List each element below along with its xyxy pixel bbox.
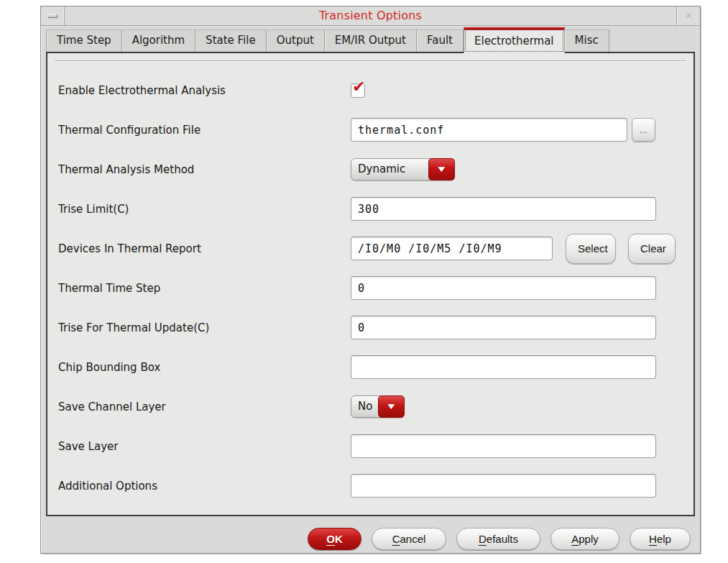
- apply-mnemonic: A: [571, 533, 579, 545]
- dialog-button-bar: OK Cancel Defaults Apply Help: [308, 528, 691, 550]
- row-enable-electrothermal: Enable Electrothermal Analysis ✔: [47, 70, 694, 110]
- dropdown-selected-value: No: [351, 396, 379, 417]
- row-devices-in-thermal-report: Devices In Thermal Report Select Clear: [47, 229, 694, 268]
- defaults-label-rest: efaults: [487, 533, 518, 545]
- electrothermal-form: Enable Electrothermal Analysis ✔ Thermal…: [47, 62, 694, 505]
- cancel-button[interactable]: Cancel: [372, 528, 446, 550]
- row-thermal-time-step: Thermal Time Step: [47, 268, 694, 308]
- enable-electrothermal-label: Enable Electrothermal Analysis: [58, 84, 351, 97]
- browse-button[interactable]: ...: [632, 118, 655, 142]
- tab-state-file[interactable]: State File: [195, 29, 267, 52]
- ok-button[interactable]: OK: [308, 528, 361, 550]
- devices-in-thermal-report-input[interactable]: [351, 237, 553, 260]
- thermal-analysis-method-label: Thermal Analysis Method: [58, 163, 351, 176]
- help-label-rest: elp: [657, 533, 671, 545]
- tab-algorithm[interactable]: Algorithm: [122, 29, 195, 52]
- chip-bounding-box-input[interactable]: [351, 355, 656, 379]
- tab-bar: Time Step Algorithm State File Output EM…: [46, 27, 695, 53]
- save-channel-layer-label: Save Channel Layer: [58, 400, 351, 413]
- tab-misc[interactable]: Misc: [565, 29, 609, 52]
- trise-for-thermal-update-label: Trise For Thermal Update(C): [58, 321, 351, 334]
- defaults-mnemonic: D: [479, 533, 487, 545]
- thermal-config-file-input[interactable]: [351, 118, 627, 142]
- trise-limit-label: Trise Limit(C): [58, 203, 351, 216]
- defaults-button[interactable]: Defaults: [456, 528, 540, 550]
- ok-mnemonic: O: [326, 533, 335, 545]
- row-trise-for-thermal-update: Trise For Thermal Update(C): [47, 308, 694, 347]
- row-thermal-analysis-method: Thermal Analysis Method Dynamic ▼: [47, 150, 694, 189]
- tab-time-step[interactable]: Time Step: [46, 29, 122, 52]
- select-devices-button[interactable]: Select: [566, 234, 616, 264]
- trise-limit-input[interactable]: [351, 197, 656, 221]
- apply-button[interactable]: Apply: [550, 528, 619, 550]
- thermal-time-step-label: Thermal Time Step: [58, 282, 351, 295]
- chevron-down-icon: ▼: [388, 403, 395, 410]
- save-layer-input[interactable]: [351, 434, 656, 458]
- row-thermal-config-file: Thermal Configuration File ...: [47, 110, 694, 150]
- row-additional-options: Additional Options: [47, 466, 694, 505]
- chip-bounding-box-label: Chip Bounding Box: [58, 361, 351, 374]
- tab-em-ir-output[interactable]: EM/IR Output: [325, 29, 417, 52]
- clear-devices-button[interactable]: Clear: [628, 234, 676, 264]
- electrothermal-tab-panel: Enable Electrothermal Analysis ✔ Thermal…: [46, 52, 695, 516]
- additional-options-input[interactable]: [351, 474, 656, 498]
- tab-electrothermal[interactable]: Electrothermal: [464, 27, 565, 53]
- ok-label-rest: K: [335, 533, 343, 545]
- window-menu-button[interactable]: [41, 6, 65, 25]
- enable-electrothermal-checkbox[interactable]: ✔: [351, 83, 365, 98]
- checkmark-icon: ✔: [352, 78, 365, 96]
- title-bar: Transient Options ✕: [41, 6, 700, 26]
- tab-output[interactable]: Output: [267, 29, 325, 52]
- dropdown-selected-value: Dynamic: [351, 159, 429, 180]
- window-menu-icon: [47, 14, 57, 18]
- window-close-button[interactable]: ✕: [676, 6, 700, 25]
- thermal-config-file-label: Thermal Configuration File: [58, 124, 351, 137]
- help-mnemonic: H: [649, 533, 657, 545]
- row-trise-limit: Trise Limit(C): [47, 189, 694, 229]
- thermal-analysis-method-dropdown[interactable]: Dynamic ▼: [351, 158, 455, 180]
- transient-options-dialog: Transient Options ✕ Time Step Algorithm …: [40, 6, 701, 554]
- trise-for-thermal-update-input[interactable]: [351, 316, 656, 339]
- save-channel-layer-dropdown[interactable]: No ▼: [351, 395, 405, 418]
- close-icon: ✕: [685, 11, 693, 22]
- window-title: Transient Options: [65, 6, 676, 25]
- apply-label-rest: pply: [579, 533, 599, 545]
- thermal-time-step-input[interactable]: [351, 276, 656, 300]
- dropdown-arrow-button[interactable]: ▼: [378, 395, 405, 418]
- row-save-layer: Save Layer: [47, 426, 694, 466]
- cancel-mnemonic: C: [392, 533, 400, 545]
- row-chip-bounding-box: Chip Bounding Box: [47, 347, 694, 387]
- devices-in-thermal-report-label: Devices In Thermal Report: [58, 242, 351, 255]
- additional-options-label: Additional Options: [58, 480, 351, 493]
- cancel-label-rest: ancel: [400, 533, 425, 545]
- help-button[interactable]: Help: [630, 528, 691, 550]
- tab-fault[interactable]: Fault: [417, 29, 464, 52]
- dropdown-arrow-button[interactable]: ▼: [428, 158, 455, 180]
- save-layer-label: Save Layer: [58, 440, 351, 453]
- chevron-down-icon: ▼: [438, 166, 446, 173]
- row-save-channel-layer: Save Channel Layer No ▼: [47, 387, 694, 426]
